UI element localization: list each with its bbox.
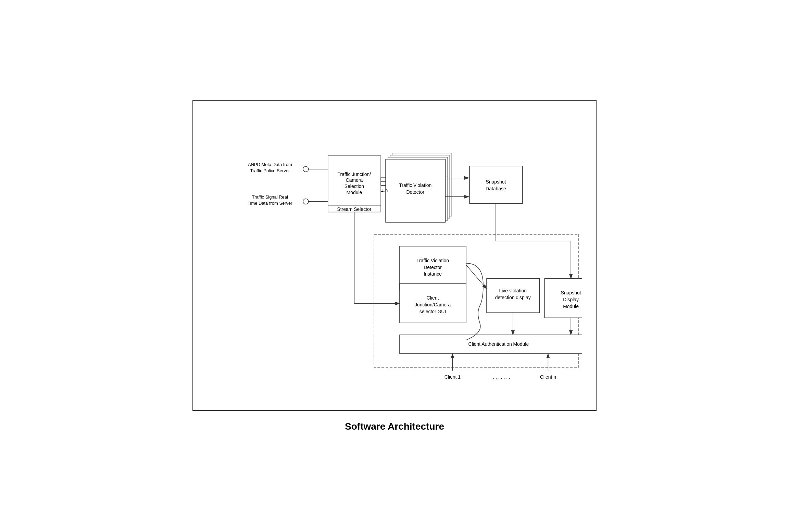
diagram-container: ANPD Meta Data from Traffic Police Serve… bbox=[192, 100, 597, 411]
input1-circle bbox=[303, 166, 309, 172]
snapshot-db-box bbox=[469, 166, 522, 204]
tvd-instance-text2: Detector bbox=[424, 265, 442, 270]
client-junction-text3: selector GUI bbox=[419, 309, 446, 314]
multiplicity-label: 1..n bbox=[381, 188, 388, 193]
live-violation-text1: Live violation bbox=[499, 288, 527, 293]
snapshot-display-text2: Display bbox=[563, 297, 579, 302]
junction-camera-text1: Traffic Junction/ bbox=[338, 172, 371, 177]
junction-camera-text3: Selection bbox=[345, 183, 364, 189]
clientn-label: Client n bbox=[540, 374, 556, 380]
stream-selector-text: Stream Selector bbox=[337, 206, 371, 212]
page-title: Software Architecture bbox=[345, 421, 444, 432]
input1-label: ANPD Meta Data from bbox=[248, 162, 292, 167]
tvd-instance-to-live-arrow bbox=[466, 265, 487, 289]
snapshot-db-text1: Snapshot bbox=[486, 179, 506, 185]
input2-label2: Time Data from Server bbox=[248, 201, 292, 206]
snapshot-display-text3: Module bbox=[563, 304, 579, 309]
snapshot-display-text1: Snapshot bbox=[561, 290, 581, 295]
client-junction-text2: Junction/Camera bbox=[415, 302, 451, 307]
client-junction-text1: Client bbox=[427, 295, 439, 301]
tvd-instance-text1: Traffic Violation bbox=[416, 258, 449, 263]
junction-camera-text2: Camera bbox=[346, 177, 363, 183]
client1-label: Client 1 bbox=[444, 374, 461, 380]
tvd-instance-text3: Instance bbox=[424, 271, 442, 277]
client-auth-text: Client Authentication Module bbox=[468, 341, 529, 347]
input2-label: Traffic Signal Real bbox=[252, 194, 288, 200]
input2-circle bbox=[303, 199, 309, 204]
input1-label2: Traffic Police Server bbox=[250, 168, 290, 173]
tvd-text1: Traffic Violation bbox=[399, 182, 431, 188]
dots-label: . . . . . . . . bbox=[490, 374, 510, 380]
live-violation-text2: detection display bbox=[495, 295, 531, 300]
snapshot-db-text2: Database bbox=[486, 186, 506, 191]
tvd-text2: Detector bbox=[406, 189, 424, 195]
junction-camera-text4: Module bbox=[347, 190, 362, 195]
